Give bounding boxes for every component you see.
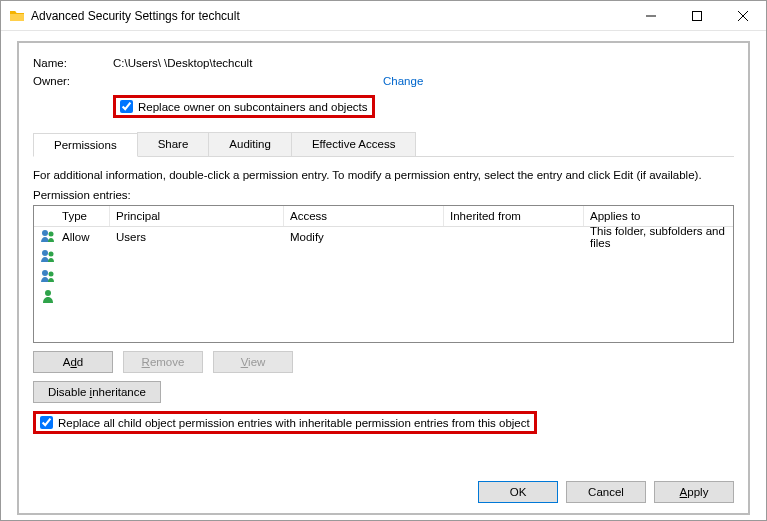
minimize-button[interactable] bbox=[628, 1, 674, 31]
replace-children-label: Replace all child object permission entr… bbox=[58, 417, 530, 429]
titlebar: Advanced Security Settings for techcult bbox=[1, 1, 766, 31]
entries-label: Permission entries: bbox=[33, 189, 734, 201]
tab-effective-access[interactable]: Effective Access bbox=[291, 132, 417, 156]
name-label: Name: bbox=[33, 57, 113, 69]
owner-label: Owner: bbox=[33, 75, 113, 87]
header-inherited[interactable]: Inherited from bbox=[444, 206, 584, 226]
cell-applies: This folder, subfolders and files bbox=[584, 225, 733, 249]
table-row[interactable] bbox=[34, 287, 733, 307]
tab-strip: Permissions Share Auditing Effective Acc… bbox=[33, 132, 734, 157]
dialog-body: Name: C:\Users\ \Desktop\techcult Owner:… bbox=[17, 41, 750, 515]
apply-button[interactable]: Apply bbox=[654, 481, 734, 503]
users-icon bbox=[40, 248, 56, 264]
change-owner-link[interactable]: Change bbox=[383, 75, 423, 87]
tab-share[interactable]: Share bbox=[137, 132, 210, 156]
close-button[interactable] bbox=[720, 1, 766, 31]
cancel-button[interactable]: Cancel bbox=[566, 481, 646, 503]
cell-access: Modify bbox=[284, 231, 444, 243]
svg-point-4 bbox=[49, 252, 54, 257]
svg-point-2 bbox=[49, 232, 54, 237]
disable-inheritance-button[interactable]: Disable inheritance bbox=[33, 381, 161, 403]
cell-type: Allow bbox=[56, 231, 110, 243]
highlight-replace-children: Replace all child object permission entr… bbox=[33, 411, 537, 434]
replace-children-checkbox[interactable] bbox=[40, 416, 53, 429]
highlight-replace-owner: Replace owner on subcontainers and objec… bbox=[113, 95, 375, 118]
permission-entries-list[interactable]: Type Principal Access Inherited from App… bbox=[33, 205, 734, 343]
header-applies[interactable]: Applies to bbox=[584, 206, 733, 226]
svg-point-6 bbox=[49, 272, 54, 277]
remove-button: Remove bbox=[123, 351, 203, 373]
replace-owner-checkbox[interactable] bbox=[120, 100, 133, 113]
info-text: For additional information, double-click… bbox=[33, 169, 734, 181]
name-row: Name: C:\Users\ \Desktop\techcult bbox=[33, 57, 734, 69]
name-value: C:\Users\ \Desktop\techcult bbox=[113, 57, 252, 69]
table-row[interactable] bbox=[34, 267, 733, 287]
tab-permissions[interactable]: Permissions bbox=[33, 133, 138, 157]
tab-auditing[interactable]: Auditing bbox=[208, 132, 292, 156]
window-title: Advanced Security Settings for techcult bbox=[31, 9, 628, 23]
list-header: Type Principal Access Inherited from App… bbox=[34, 206, 733, 227]
view-button: View bbox=[213, 351, 293, 373]
owner-row: Owner: Change bbox=[33, 75, 734, 87]
add-button[interactable]: Add bbox=[33, 351, 113, 373]
ok-button[interactable]: OK bbox=[478, 481, 558, 503]
user-icon bbox=[40, 288, 56, 304]
header-type[interactable]: Type bbox=[56, 206, 110, 226]
header-access[interactable]: Access bbox=[284, 206, 444, 226]
svg-rect-0 bbox=[693, 11, 702, 20]
svg-point-1 bbox=[42, 230, 48, 236]
folder-icon bbox=[9, 8, 25, 24]
users-icon bbox=[40, 268, 56, 284]
replace-owner-label: Replace owner on subcontainers and objec… bbox=[138, 101, 368, 113]
users-icon bbox=[40, 228, 56, 244]
header-principal[interactable]: Principal bbox=[110, 206, 284, 226]
maximize-button[interactable] bbox=[674, 1, 720, 31]
svg-point-5 bbox=[42, 270, 48, 276]
cell-principal: Users bbox=[110, 231, 284, 243]
table-row[interactable] bbox=[34, 247, 733, 267]
table-row[interactable]: Allow Users Modify This folder, subfolde… bbox=[34, 227, 733, 247]
svg-point-3 bbox=[42, 250, 48, 256]
svg-point-7 bbox=[45, 290, 51, 296]
